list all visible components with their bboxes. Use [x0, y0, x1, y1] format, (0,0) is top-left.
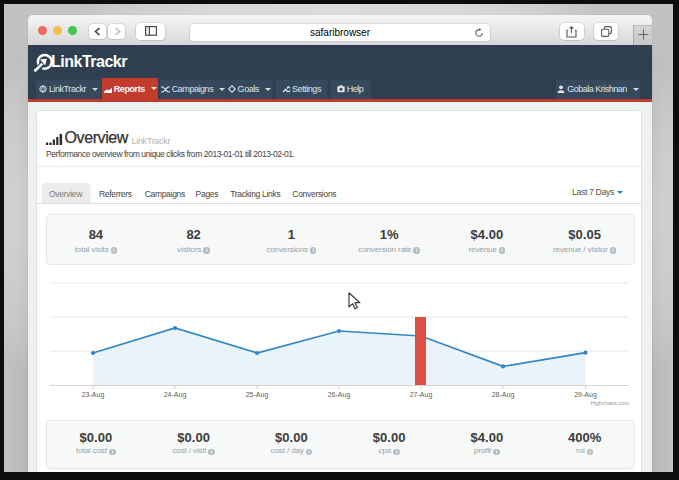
svg-text:27-Aug: 27-Aug — [410, 391, 433, 399]
svg-text:26-Aug: 26-Aug — [328, 391, 351, 399]
svg-text:28-Aug: 28-Aug — [492, 391, 515, 399]
svg-text:23-Aug: 23-Aug — [82, 391, 105, 399]
svg-text:29-Aug: 29-Aug — [574, 391, 597, 399]
svg-text:24-Aug: 24-Aug — [164, 391, 187, 399]
svg-text:25-Aug: 25-Aug — [246, 391, 269, 399]
svg-text:Highcharts.com: Highcharts.com — [591, 400, 630, 406]
